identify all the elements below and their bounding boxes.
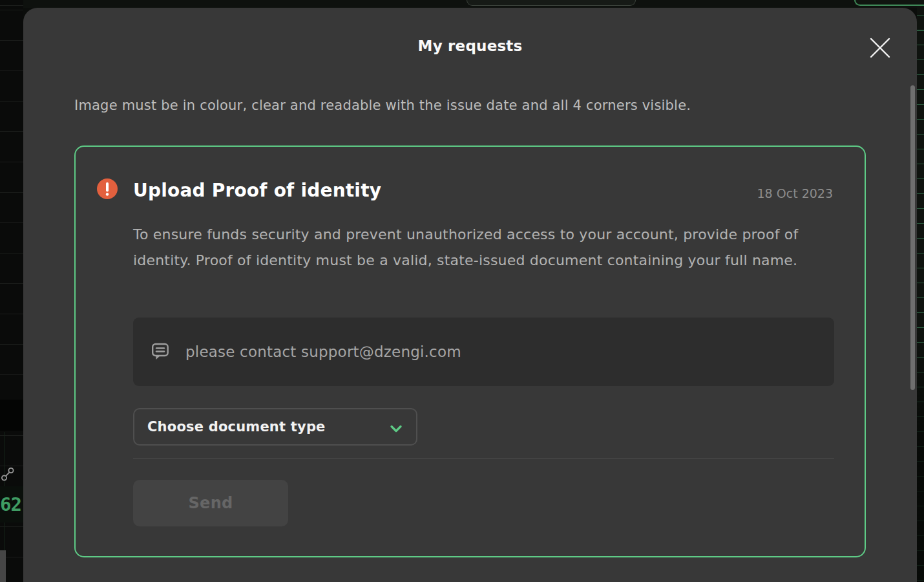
background-top-bar bbox=[0, 0, 924, 8]
background-dark-band bbox=[0, 400, 23, 431]
request-date: 18 Oct 2023 bbox=[757, 186, 833, 200]
request-card-title: Upload Proof of identity bbox=[133, 180, 381, 201]
modal-scrollbar-thumb[interactable] bbox=[910, 85, 915, 390]
my-requests-modal: My requests Image must be in colour, cle… bbox=[23, 8, 917, 582]
modal-title: My requests bbox=[23, 38, 917, 54]
card-divider bbox=[133, 458, 834, 458]
close-button[interactable] bbox=[868, 36, 892, 59]
support-note-field: please contact support@dzengi.com bbox=[133, 318, 834, 386]
chevron-down-icon bbox=[388, 420, 404, 437]
request-card: Upload Proof of identity 18 Oct 2023 To … bbox=[74, 146, 866, 557]
background-top-button bbox=[467, 0, 636, 6]
send-button[interactable]: Send bbox=[133, 480, 288, 526]
background-top-right-panel bbox=[854, 0, 924, 6]
support-note-text: please contact support@dzengi.com bbox=[185, 343, 461, 360]
background-bottom-bar bbox=[0, 550, 6, 582]
upload-instruction-text: Image must be in colour, clear and reada… bbox=[74, 98, 691, 113]
document-type-select[interactable]: Choose document type bbox=[133, 408, 417, 446]
price-value: 62 bbox=[0, 493, 21, 515]
link-icon bbox=[1, 466, 15, 482]
background-right-strip bbox=[917, 6, 924, 582]
request-description: To ensure funds security and prevent una… bbox=[133, 222, 830, 273]
document-type-select-label: Choose document type bbox=[147, 419, 326, 435]
close-icon bbox=[868, 52, 892, 61]
price-badge: 62 bbox=[0, 486, 23, 523]
alert-icon bbox=[97, 178, 118, 199]
chat-bubble-icon bbox=[151, 342, 169, 361]
